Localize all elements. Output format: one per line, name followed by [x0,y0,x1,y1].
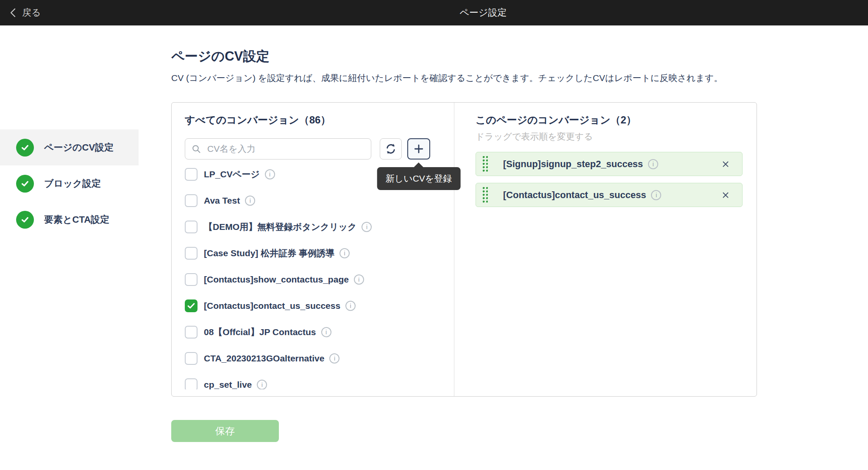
checkbox[interactable] [185,194,198,207]
chevron-left-icon [9,8,17,18]
save-button[interactable]: 保存 [171,420,279,442]
selected-conversion-label: [Signup]signup_step2_success [503,159,643,170]
info-icon[interactable] [329,353,339,364]
search-box [185,138,371,159]
refresh-icon [384,143,397,155]
info-icon[interactable] [648,159,658,169]
info-icon[interactable] [245,196,255,206]
drag-hint: ドラッグで表示順を変更する [476,131,743,143]
settings-step-nav: ページのCV設定 ブロック設定 要素とCTA設定 [0,129,139,238]
sidebar-step-item[interactable]: ブロック設定 [0,165,139,201]
drag-handle-icon[interactable] [483,187,488,203]
selected-conversion-item[interactable]: [Contactus]contact_us_success [476,183,743,207]
checkbox[interactable] [185,299,198,312]
conversion-label: [Contactus]contact_us_success [204,301,340,311]
info-icon[interactable] [265,169,275,179]
check-circle-icon [16,175,34,193]
main-content: ページのCV設定 CV (コンバージョン) を設定すれば、成果に紐付いたレポート… [139,25,868,470]
cv-settings-panel: すべてのコンバージョン（86） [171,102,757,397]
info-icon[interactable] [257,380,267,389]
sidebar-step-label: ブロック設定 [44,177,101,190]
search-row [185,138,454,159]
sidebar-step-label: ページのCV設定 [44,141,114,154]
conversion-label: 【DEMO用】無料登録ボタンクリック [204,221,356,233]
sidebar-step-item[interactable]: ページのCV設定 [0,129,139,165]
section-description: CV (コンバージョン) を設定すれば、成果に紐付いたレポートを確認することがで… [171,72,868,84]
conversion-checkbox-row[interactable]: Ava Test [185,187,454,214]
selected-conversion-label: [Contactus]contact_us_success [503,190,646,201]
info-icon[interactable] [345,301,356,311]
checkbox[interactable] [185,221,198,233]
conversion-checkbox-row[interactable]: [Contactus]show_contactus_page [185,266,454,293]
conversion-checkbox-list: LP_CVページ Ava Test 【DEMO用】無料登録ボタンクリック [Ca… [185,161,454,389]
refresh-button[interactable] [380,138,402,159]
checkbox[interactable] [185,352,198,365]
checkbox[interactable] [185,168,198,181]
plus-icon [413,143,425,155]
conversion-checkbox-row[interactable]: CTA_20230213GOalternative [185,345,454,372]
page-conversions-header: このページのコンバージョン（2） [476,113,743,127]
info-icon[interactable] [354,274,364,285]
info-icon[interactable] [339,248,350,258]
search-icon [191,144,201,154]
topbar: 戻る ページ設定 [0,0,868,25]
conversion-label: CTA_20230213GOalternative [204,353,324,364]
checkbox[interactable] [185,247,198,260]
remove-icon[interactable] [720,159,731,170]
drag-handle-icon[interactable] [483,156,488,172]
conversion-checkbox-row[interactable]: cp_set_live [185,372,454,389]
sidebar-step-label: 要素とCTA設定 [44,213,109,226]
checkbox[interactable] [185,273,198,286]
sidebar-step-item[interactable]: 要素とCTA設定 [0,201,139,238]
sidebar: ページのCV設定 ブロック設定 要素とCTA設定 [0,25,139,470]
check-circle-icon [16,139,34,157]
back-label: 戻る [22,6,41,19]
search-input[interactable] [206,143,365,154]
info-icon[interactable] [321,327,331,337]
back-button[interactable]: 戻る [9,0,41,25]
selected-conversion-list: [Signup]signup_step2_success [Contactus]… [476,152,743,207]
conversion-label: [Contactus]show_contactus_page [204,274,349,285]
conversion-label: [Case Study] 松井証券 事例誘導 [204,247,334,259]
add-cv-button[interactable] [407,138,430,159]
conversion-checkbox-row[interactable]: 08【Offcial】JP Contactus [185,319,454,345]
checkbox[interactable] [185,326,198,339]
conversion-label: 08【Offcial】JP Contactus [204,326,316,338]
conversion-checkbox-row[interactable]: [Case Study] 松井証券 事例誘導 [185,240,454,266]
conversion-label: cp_set_live [204,380,252,389]
info-icon[interactable] [651,190,661,200]
page-conversions-column: このページのコンバージョン（2） ドラッグで表示順を変更する [Signup]s… [454,103,757,396]
conversion-label: Ava Test [204,196,240,206]
conversion-checkbox-row[interactable]: [Contactus]contact_us_success [185,293,454,319]
page-settings-screen: 戻る ページ設定 ページのCV設定 ブロック設定 要素とCTA設定 ページのCV… [0,0,868,470]
conversion-label: LP_CVページ [204,168,260,180]
page-title: ページ設定 [459,0,506,25]
selected-conversion-item[interactable]: [Signup]signup_step2_success [476,152,743,176]
all-conversions-header: すべてのコンバージョン（86） [185,113,454,127]
all-conversions-column: すべてのコンバージョン（86） [172,103,454,396]
add-cv-tooltip: 新しいCVを登録 [377,167,461,190]
info-icon[interactable] [362,222,372,232]
conversion-checkbox-row[interactable]: 【DEMO用】無料登録ボタンクリック [185,214,454,240]
section-heading: ページのCV設定 [171,48,868,65]
check-circle-icon [16,211,34,229]
remove-icon[interactable] [720,190,731,201]
checkbox[interactable] [185,378,198,389]
